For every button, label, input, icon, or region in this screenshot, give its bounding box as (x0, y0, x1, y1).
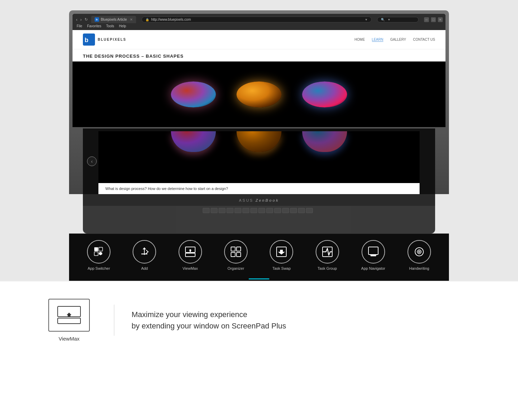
task-swap-icon (275, 246, 288, 258)
search-icon: 🔍 (381, 18, 385, 21)
laptop-hinge: ASUS ZenBook (83, 194, 435, 206)
svg-rect-5 (141, 254, 147, 255)
maximize-button[interactable]: □ (431, 17, 436, 22)
forward-button[interactable]: › (79, 17, 82, 22)
site-nav: HOME LEARN GALLERY CONTACT US (355, 38, 435, 42)
laptop-section: ‹ › ↻ b Bluepixels Article ✕ (0, 0, 518, 281)
nav-home[interactable]: HOME (355, 38, 365, 42)
svg-rect-14 (368, 247, 378, 255)
add-icon (138, 246, 150, 258)
screenpad-toolbar: App Switcher Add (69, 233, 449, 281)
description-line1: Maximize your viewing experience (132, 309, 286, 320)
svg-point-18 (418, 250, 421, 253)
menu-bar: File Favorites Tools Help (75, 23, 443, 28)
bottom-info-section: ViewMax Maximize your viewing experience… (0, 281, 518, 359)
app-navigator-icon (367, 246, 380, 258)
task-group-label: Task Group (317, 266, 337, 270)
sp-task-group[interactable]: Task Group (316, 240, 339, 270)
task-swap-icon-circle (270, 240, 293, 264)
svg-rect-4 (94, 252, 98, 256)
viewmax-icon-circle (179, 240, 202, 264)
browser-tab[interactable]: b Bluepixels Article ✕ (91, 16, 136, 23)
menu-favorites[interactable]: Favorites (87, 24, 101, 28)
svg-rect-20 (58, 318, 80, 324)
site-logo: b BLUEPIXELS (83, 34, 126, 46)
app-navigator-label: App Navigator (361, 266, 385, 270)
svg-rect-10 (231, 252, 235, 257)
article-title: THE DESIGN PROCESS – BASIC SHAPES (73, 49, 445, 61)
sp-add[interactable]: Add (133, 240, 156, 270)
nav-learn[interactable]: LEARN (372, 38, 383, 42)
lower-screen-bezel: ‹ What is design process? How do we dete… (83, 128, 435, 194)
orb-mirror-2 (237, 131, 281, 152)
window-controls: ─ □ ✕ (424, 17, 443, 22)
viewmax-box-svg (57, 306, 81, 325)
orb-1 (171, 82, 216, 107)
orb-3 (302, 82, 347, 107)
viewmax-icon-area: ViewMax (41, 299, 97, 342)
sp-app-navigator[interactable]: App Navigator (361, 240, 385, 270)
browser-chrome: ‹ › ↻ b Bluepixels Article ✕ (73, 14, 445, 30)
orb-mirror-3 (302, 131, 347, 152)
top-screen-bezel: ‹ › ↻ b Bluepixels Article ✕ (73, 14, 445, 127)
nav-gallery[interactable]: GALLERY (390, 38, 406, 42)
sp-viewmax[interactable]: ViewMax (179, 240, 202, 270)
viewmax-icon (184, 246, 196, 258)
left-nav-button[interactable]: ‹ (87, 156, 97, 166)
add-icon-circle (133, 240, 156, 264)
menu-help[interactable]: Help (119, 24, 126, 28)
back-button[interactable]: ‹ (75, 17, 78, 22)
task-group-icon-circle (316, 240, 339, 264)
handwriting-icon-circle (407, 240, 431, 264)
tab-title: Bluepixels Article (101, 18, 127, 21)
site-header: b BLUEPIXELS HOME LEARN GALLERY CONTACT … (73, 30, 445, 49)
article-question: What is design process? How do we determ… (98, 183, 420, 194)
lower-screen-frame: ‹ What is design process? How do we dete… (69, 127, 449, 194)
minimize-button[interactable]: ─ (424, 17, 429, 22)
task-swap-label: Task Swap (272, 266, 291, 270)
svg-rect-15 (371, 255, 376, 256)
logo-icon: b (83, 34, 95, 46)
brand-label: ASUS ZenBook (239, 198, 279, 202)
svg-rect-11 (237, 252, 241, 257)
close-button[interactable]: ✕ (438, 17, 443, 22)
viewmax-label: ViewMax (182, 266, 198, 270)
viewmax-box-label: ViewMax (59, 336, 80, 342)
svg-rect-2 (94, 247, 98, 251)
tab-favicon: b (95, 17, 99, 22)
address-dropdown-icon[interactable]: ▼ (365, 18, 368, 21)
sp-handwriting[interactable]: Handwriting (407, 240, 431, 270)
app-switcher-icon-circle (87, 240, 111, 264)
website-content: b BLUEPIXELS HOME LEARN GALLERY CONTACT … (73, 30, 445, 127)
svg-text:b: b (85, 37, 88, 44)
menu-tools[interactable]: Tools (106, 24, 114, 28)
mirrored-hero (98, 131, 420, 183)
organizer-icon-circle (224, 240, 248, 264)
menu-file[interactable]: File (77, 24, 82, 28)
sp-organizer[interactable]: Organizer (224, 240, 248, 270)
organizer-label: Organizer (228, 266, 244, 270)
sp-app-switcher[interactable]: App Switcher (87, 240, 111, 270)
mirrored-content: What is design process? How do we determ… (98, 131, 420, 194)
svg-rect-16 (370, 255, 377, 255)
tab-close-icon[interactable]: ✕ (130, 18, 133, 21)
refresh-button[interactable]: ↻ (84, 17, 88, 22)
viewmax-description: Maximize your viewing experience by exte… (132, 309, 286, 332)
top-screen-frame: ‹ › ↻ b Bluepixels Article ✕ (69, 10, 449, 127)
organizer-icon (230, 246, 242, 258)
app-switcher-icon (93, 246, 105, 258)
laptop-outer: ‹ › ↻ b Bluepixels Article ✕ (69, 10, 449, 281)
handwriting-label: Handwriting (409, 266, 429, 270)
description-line2: by extending your window on ScreenPad Pl… (132, 320, 286, 332)
keyboard-area: for(var i=0;i<14;i++) document.write('<d… (83, 206, 435, 233)
logo-text: BLUEPIXELS (98, 38, 126, 41)
screenpad-indicator (249, 278, 269, 279)
address-bar[interactable]: http://www.bluepixels.com (151, 18, 363, 21)
orb-2 (237, 82, 281, 107)
nav-contact[interactable]: CONTACT US (413, 38, 435, 42)
task-group-icon (321, 246, 334, 258)
browser-nav-buttons: ‹ › ↻ (75, 17, 88, 22)
sp-task-swap[interactable]: Task Swap (270, 240, 293, 270)
svg-rect-3 (99, 247, 103, 251)
address-lock-icon: 🔒 (145, 18, 149, 21)
